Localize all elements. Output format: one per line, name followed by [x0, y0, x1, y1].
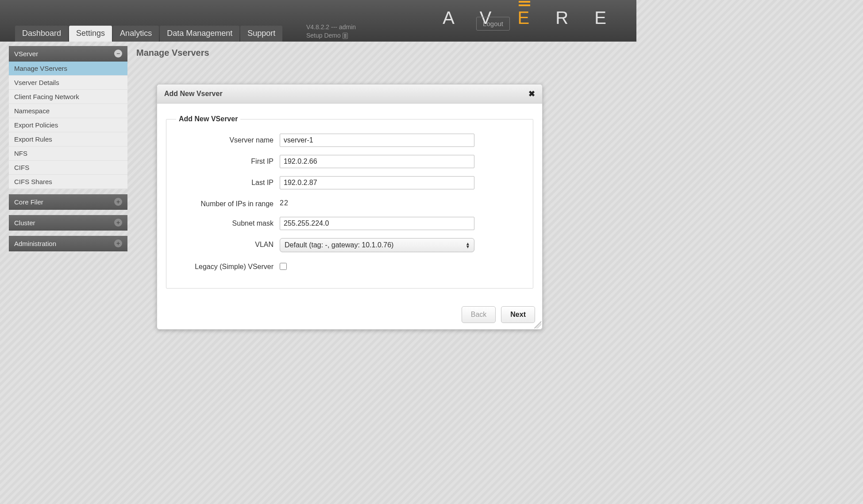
- document-icon: [343, 33, 348, 39]
- tab-support[interactable]: Support: [240, 26, 282, 42]
- label-vserver-name: Vserver name: [176, 134, 280, 145]
- logout-button[interactable]: Logout: [476, 17, 510, 31]
- dialog-title: Add New Vserver: [164, 90, 223, 98]
- setup-demo-link[interactable]: Setup Demo: [306, 31, 341, 40]
- brand-logo: A V E R E: [443, 8, 617, 28]
- label-legacy: Legacy (Simple) VServer: [176, 260, 280, 272]
- legacy-checkbox[interactable]: [280, 263, 287, 270]
- back-button[interactable]: Back: [462, 306, 496, 323]
- tab-settings[interactable]: Settings: [69, 26, 112, 42]
- fieldset-legend: Add New VServer: [176, 115, 240, 123]
- subnet-mask-input[interactable]: [280, 217, 474, 230]
- label-ip-count: Number of IPs in range: [176, 197, 280, 209]
- sidebar-section-administration[interactable]: Administration +: [9, 236, 127, 251]
- sidebar-section-label: VServer: [14, 50, 38, 58]
- sidebar-section-label: Cluster: [14, 219, 35, 227]
- sidebar-item-export-rules[interactable]: Export Rules: [9, 132, 127, 146]
- sidebar-item-client-facing-network[interactable]: Client Facing Network: [9, 90, 127, 104]
- sidebar-item-cifs[interactable]: CIFS: [9, 161, 127, 175]
- label-subnet-mask: Subnet mask: [176, 217, 280, 228]
- top-header: A V E R E Logout Dashboard Settings Anal…: [0, 0, 636, 42]
- sidebar-section-cluster[interactable]: Cluster +: [9, 215, 127, 231]
- collapse-icon: −: [114, 50, 122, 58]
- tab-data-management[interactable]: Data Management: [160, 26, 239, 42]
- vlan-select[interactable]: Default (tag: -, gateway: 10.1.0.76): [280, 238, 474, 252]
- page-title: Manage Vservers: [135, 46, 628, 65]
- close-icon[interactable]: ✖: [528, 89, 535, 99]
- sidebar-item-export-policies[interactable]: Export Policies: [9, 118, 127, 132]
- tab-dashboard[interactable]: Dashboard: [15, 26, 68, 42]
- label-first-ip: First IP: [176, 155, 280, 166]
- status-block: V4.8.2.2 --- admin Setup Demo: [306, 23, 356, 40]
- ip-count-value: 22: [280, 197, 523, 207]
- label-vlan: VLAN: [176, 238, 280, 250]
- main-tabs: Dashboard Settings Analytics Data Manage…: [15, 26, 282, 42]
- expand-icon: +: [114, 239, 122, 247]
- resize-grip-icon[interactable]: [534, 321, 541, 328]
- sidebar: VServer − Manage VServers Vserver Detail…: [9, 46, 127, 251]
- sidebar-section-label: Administration: [14, 240, 56, 247]
- tab-analytics[interactable]: Analytics: [113, 26, 159, 42]
- sidebar-item-manage-vservers[interactable]: Manage VServers: [9, 62, 127, 76]
- sidebar-item-nfs[interactable]: NFS: [9, 146, 127, 161]
- expand-icon: +: [114, 219, 122, 227]
- sidebar-section-core-filer[interactable]: Core Filer +: [9, 194, 127, 210]
- sidebar-item-vserver-details[interactable]: Vserver Details: [9, 76, 127, 90]
- sidebar-section-label: Core Filer: [14, 198, 43, 206]
- vserver-name-input[interactable]: [280, 134, 474, 147]
- sidebar-section-vserver[interactable]: VServer −: [9, 46, 127, 62]
- sidebar-item-cifs-shares[interactable]: CIFS Shares: [9, 175, 127, 189]
- add-vserver-dialog: Add New Vserver ✖ Add New VServer Vserve…: [157, 84, 543, 330]
- expand-icon: +: [114, 198, 122, 206]
- next-button[interactable]: Next: [501, 306, 535, 323]
- label-last-ip: Last IP: [176, 176, 280, 188]
- sidebar-item-namespace[interactable]: Namespace: [9, 104, 127, 118]
- first-ip-input[interactable]: [280, 155, 474, 168]
- last-ip-input[interactable]: [280, 176, 474, 189]
- version-text: V4.8.2.2 --- admin: [306, 23, 356, 31]
